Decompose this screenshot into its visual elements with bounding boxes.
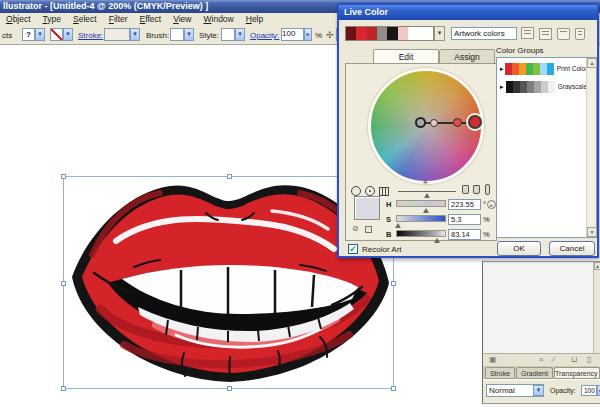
color-swatch <box>513 81 520 93</box>
add-color-tool-icon[interactable] <box>462 185 469 194</box>
expand-triangle-icon[interactable]: ▸ <box>498 65 505 73</box>
color-swatch <box>408 27 433 40</box>
reduce-appearance-icon[interactable]: ∕ <box>553 355 554 364</box>
opacity-spinner-icon[interactable]: ▸ <box>304 28 312 41</box>
selection-handle[interactable] <box>61 174 66 179</box>
dialog-title: Live Color <box>344 7 388 17</box>
ok-button[interactable]: OK <box>497 241 541 256</box>
brush-label: Brush: <box>146 31 169 40</box>
tab-stroke[interactable]: Stroke <box>485 367 515 379</box>
dialog-title-bar[interactable]: Live Color <box>339 5 597 20</box>
brush-arrow-icon[interactable]: ▼ <box>184 28 194 41</box>
menu-filter[interactable]: Filter <box>103 14 134 24</box>
clear-icon[interactable]: × <box>539 355 544 364</box>
brightness-marker[interactable] <box>424 193 430 198</box>
segmented-wheel-icon[interactable] <box>365 186 375 196</box>
wheel-marker-base[interactable] <box>415 117 426 128</box>
color-swatch <box>533 63 540 75</box>
color-group-row[interactable]: ▸ Grayscale <box>498 78 586 95</box>
h-label: H <box>386 200 391 209</box>
get-colors-icon[interactable] <box>521 27 534 39</box>
brightness-unit: % <box>483 230 490 239</box>
select-similar-icon[interactable]: ✢ <box>326 30 334 40</box>
new-group-folder-icon[interactable] <box>557 28 570 40</box>
delete-group-trash-icon[interactable] <box>575 28 585 40</box>
opacity-input[interactable]: 100 <box>281 28 304 41</box>
color-mode-box-icon[interactable] <box>365 226 372 233</box>
wheel-marker-selected[interactable] <box>468 115 482 129</box>
duplicate-icon[interactable]: ▣ <box>489 355 497 364</box>
fill-color-swatch[interactable]: ? <box>22 28 35 41</box>
brush-combo[interactable] <box>170 28 184 41</box>
cancel-button[interactable]: Cancel <box>549 241 595 256</box>
active-colors-strip[interactable] <box>345 26 434 41</box>
tab-assign[interactable]: Assign <box>439 49 495 64</box>
brightness-value-slider[interactable] <box>396 230 446 237</box>
color-groups-scrollbar[interactable]: ▲ ▼ <box>586 58 596 237</box>
trash-icon[interactable]: ▯ <box>587 355 591 364</box>
tab-edit[interactable]: Edit <box>373 49 439 64</box>
menu-object[interactable]: Object <box>0 14 37 24</box>
hue-input[interactable]: 223.55 <box>448 199 481 210</box>
blend-mode-arrow-icon[interactable]: ▼ <box>533 385 544 396</box>
selection-handle[interactable] <box>61 386 66 391</box>
scroll-up-icon[interactable]: ▲ <box>594 262 600 270</box>
save-group-icon[interactable] <box>539 28 552 40</box>
selection-handle[interactable] <box>391 281 396 286</box>
color-swatch <box>387 27 397 40</box>
side-panel-scrollbar[interactable]: ▲ <box>593 262 600 353</box>
link-harmony-icon[interactable] <box>485 184 490 195</box>
tab-transparency[interactable]: Transparency× <box>554 367 600 379</box>
scroll-down-icon[interactable]: ▼ <box>587 227 597 237</box>
stroke-link[interactable]: Stroke: <box>78 31 103 40</box>
brightness-input[interactable]: 83.14 <box>448 229 481 240</box>
selection-handle[interactable] <box>227 386 232 391</box>
opacity-link[interactable]: Opacity: <box>250 31 279 40</box>
wheel-marker-red[interactable] <box>453 118 462 127</box>
stroke-weight-combo[interactable] <box>104 28 130 41</box>
saturation-slider-marker[interactable] <box>395 223 401 228</box>
stroke-none-swatch[interactable] <box>50 28 63 41</box>
brightness-slider[interactable] <box>398 191 456 192</box>
color-mode-flyout-icon[interactable]: ▸ <box>487 200 496 209</box>
hue-slider-marker[interactable] <box>423 208 429 213</box>
hue-slider[interactable] <box>396 200 446 207</box>
style-combo[interactable] <box>221 28 235 41</box>
remove-color-tool-icon[interactable] <box>473 185 480 194</box>
selection-handle[interactable] <box>227 174 232 179</box>
artwork-colors-field[interactable]: Artwork colors <box>451 27 517 40</box>
expand-triangle-icon[interactable]: ▸ <box>498 83 506 91</box>
scroll-up-icon[interactable]: ▲ <box>587 58 597 68</box>
menu-type[interactable]: Type <box>37 14 67 24</box>
style-arrow-icon[interactable]: ▼ <box>235 28 245 41</box>
color-bars-icon[interactable] <box>379 187 389 196</box>
menu-help[interactable]: Help <box>240 14 269 24</box>
brightness-value-marker[interactable] <box>434 238 440 243</box>
menu-select[interactable]: Select <box>67 14 103 24</box>
new-item-icon[interactable]: ⊔ <box>571 355 577 364</box>
color-wheel[interactable] <box>368 68 484 184</box>
menu-window[interactable]: Window <box>197 14 239 24</box>
wheel-marker-pink[interactable] <box>430 119 438 127</box>
group-swatches <box>506 81 555 93</box>
saturation-input[interactable]: 5.3 <box>448 214 481 225</box>
menu-effect[interactable]: Effect <box>134 14 168 24</box>
recolor-art-checkbox[interactable]: ✓ <box>348 244 358 254</box>
fill-dropdown-arrow-icon[interactable]: ▼ <box>35 28 45 41</box>
saturation-slider[interactable] <box>396 215 446 222</box>
recolor-art-label: Recolor Art <box>362 245 402 254</box>
stroke-weight-arrow-icon[interactable]: ▼ <box>130 28 140 41</box>
color-group-row[interactable]: ▸ Print Color ... <box>498 60 586 77</box>
tab-gradient[interactable]: Gradient <box>516 367 553 379</box>
panel-opacity-input[interactable]: 100 <box>581 385 597 396</box>
set-base-color-icon[interactable]: ⊘ <box>352 224 359 233</box>
selection-handle[interactable] <box>391 386 396 391</box>
color-swatch <box>506 81 513 93</box>
selection-handle[interactable] <box>61 281 66 286</box>
group-name: Grayscale <box>555 83 586 90</box>
color-swatch <box>346 27 356 40</box>
menu-view[interactable]: View <box>167 14 197 24</box>
stroke-dropdown-arrow-icon[interactable]: ▼ <box>63 28 73 41</box>
smooth-wheel-icon[interactable] <box>351 186 361 196</box>
colors-strip-arrow-icon[interactable]: ▼ <box>434 26 445 41</box>
